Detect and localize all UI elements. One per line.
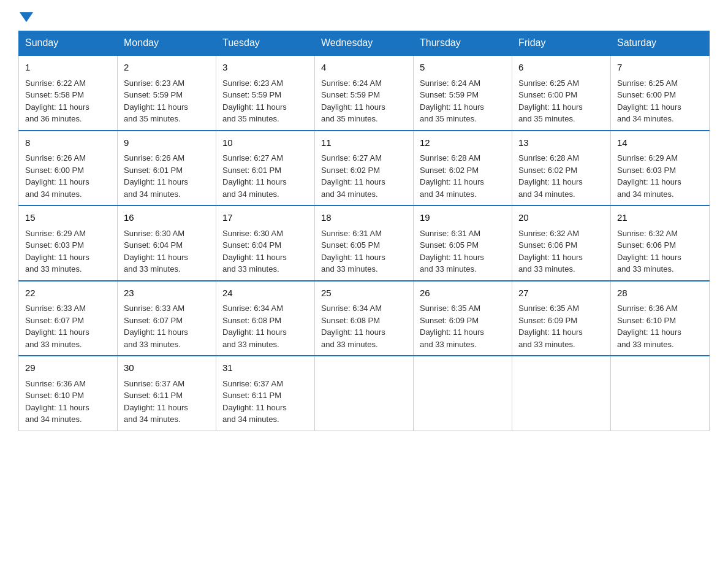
day-info: Sunrise: 6:36 AMSunset: 6:10 PMDaylight:… bbox=[25, 378, 111, 426]
day-number: 26 bbox=[420, 286, 506, 301]
day-info: Sunrise: 6:26 AMSunset: 6:00 PMDaylight:… bbox=[25, 152, 111, 200]
day-cell-17: 17 Sunrise: 6:30 AMSunset: 6:04 PMDaylig… bbox=[216, 205, 315, 281]
day-number: 16 bbox=[124, 211, 210, 225]
day-info: Sunrise: 6:22 AMSunset: 5:58 PMDaylight:… bbox=[25, 77, 111, 125]
day-cell-26: 26 Sunrise: 6:35 AMSunset: 6:09 PMDaylig… bbox=[414, 281, 512, 356]
week-row-2: 8 Sunrise: 6:26 AMSunset: 6:00 PMDayligh… bbox=[19, 131, 710, 206]
day-info: Sunrise: 6:24 AMSunset: 5:59 PMDaylight:… bbox=[420, 77, 506, 125]
day-number: 23 bbox=[124, 286, 210, 301]
day-info: Sunrise: 6:35 AMSunset: 6:09 PMDaylight:… bbox=[420, 302, 506, 350]
day-number: 21 bbox=[617, 211, 703, 225]
day-number: 3 bbox=[222, 61, 308, 75]
day-cell-19: 19 Sunrise: 6:31 AMSunset: 6:05 PMDaylig… bbox=[414, 205, 512, 281]
day-number: 30 bbox=[124, 361, 210, 375]
day-cell-21: 21 Sunrise: 6:32 AMSunset: 6:06 PMDaylig… bbox=[611, 205, 710, 281]
day-cell-4: 4 Sunrise: 6:24 AMSunset: 5:59 PMDayligh… bbox=[315, 55, 414, 131]
empty-cell bbox=[315, 356, 414, 431]
day-number: 5 bbox=[420, 61, 506, 75]
day-number: 19 bbox=[420, 211, 506, 225]
day-number: 6 bbox=[518, 61, 604, 75]
day-number: 1 bbox=[25, 61, 111, 75]
day-info: Sunrise: 6:36 AMSunset: 6:10 PMDaylight:… bbox=[617, 302, 703, 350]
weekday-header-wednesday: Wednesday bbox=[315, 31, 414, 56]
day-cell-22: 22 Sunrise: 6:33 AMSunset: 6:07 PMDaylig… bbox=[19, 281, 118, 356]
svg-marker-0 bbox=[20, 12, 33, 22]
day-cell-8: 8 Sunrise: 6:26 AMSunset: 6:00 PMDayligh… bbox=[19, 131, 118, 206]
day-cell-27: 27 Sunrise: 6:35 AMSunset: 6:09 PMDaylig… bbox=[512, 281, 611, 356]
day-cell-7: 7 Sunrise: 6:25 AMSunset: 6:00 PMDayligh… bbox=[611, 55, 710, 131]
day-cell-25: 25 Sunrise: 6:34 AMSunset: 6:08 PMDaylig… bbox=[315, 281, 414, 356]
day-cell-29: 29 Sunrise: 6:36 AMSunset: 6:10 PMDaylig… bbox=[19, 356, 118, 431]
day-info: Sunrise: 6:31 AMSunset: 6:05 PMDaylight:… bbox=[420, 228, 506, 275]
day-info: Sunrise: 6:28 AMSunset: 6:02 PMDaylight:… bbox=[518, 152, 604, 200]
day-cell-9: 9 Sunrise: 6:26 AMSunset: 6:01 PMDayligh… bbox=[118, 131, 216, 206]
week-row-1: 1 Sunrise: 6:22 AMSunset: 5:58 PMDayligh… bbox=[19, 55, 710, 131]
day-info: Sunrise: 6:28 AMSunset: 6:02 PMDaylight:… bbox=[420, 152, 506, 200]
day-info: Sunrise: 6:26 AMSunset: 6:01 PMDaylight:… bbox=[124, 152, 210, 200]
day-info: Sunrise: 6:34 AMSunset: 6:08 PMDaylight:… bbox=[321, 302, 407, 350]
logo bbox=[18, 12, 33, 25]
day-number: 11 bbox=[321, 136, 407, 150]
day-number: 7 bbox=[617, 61, 703, 75]
weekday-header-monday: Monday bbox=[118, 31, 216, 56]
day-number: 25 bbox=[321, 286, 407, 301]
day-number: 4 bbox=[321, 61, 407, 75]
day-cell-5: 5 Sunrise: 6:24 AMSunset: 5:59 PMDayligh… bbox=[414, 55, 512, 131]
day-info: Sunrise: 6:23 AMSunset: 5:59 PMDaylight:… bbox=[222, 77, 308, 125]
day-cell-30: 30 Sunrise: 6:37 AMSunset: 6:11 PMDaylig… bbox=[118, 356, 216, 431]
day-number: 10 bbox=[222, 136, 308, 150]
day-cell-3: 3 Sunrise: 6:23 AMSunset: 5:59 PMDayligh… bbox=[216, 55, 315, 131]
day-number: 15 bbox=[25, 211, 111, 225]
page-header bbox=[18, 12, 710, 25]
empty-cell bbox=[414, 356, 512, 431]
day-info: Sunrise: 6:35 AMSunset: 6:09 PMDaylight:… bbox=[518, 302, 604, 350]
day-cell-6: 6 Sunrise: 6:25 AMSunset: 6:00 PMDayligh… bbox=[512, 55, 611, 131]
week-row-3: 15 Sunrise: 6:29 AMSunset: 6:03 PMDaylig… bbox=[19, 205, 710, 281]
day-cell-28: 28 Sunrise: 6:36 AMSunset: 6:10 PMDaylig… bbox=[611, 281, 710, 356]
day-cell-2: 2 Sunrise: 6:23 AMSunset: 5:59 PMDayligh… bbox=[118, 55, 216, 131]
week-row-4: 22 Sunrise: 6:33 AMSunset: 6:07 PMDaylig… bbox=[19, 281, 710, 356]
day-info: Sunrise: 6:25 AMSunset: 6:00 PMDaylight:… bbox=[518, 77, 604, 125]
day-info: Sunrise: 6:32 AMSunset: 6:06 PMDaylight:… bbox=[518, 228, 604, 275]
day-cell-16: 16 Sunrise: 6:30 AMSunset: 6:04 PMDaylig… bbox=[118, 205, 216, 281]
day-cell-31: 31 Sunrise: 6:37 AMSunset: 6:11 PMDaylig… bbox=[216, 356, 315, 431]
day-number: 13 bbox=[518, 136, 604, 150]
day-number: 24 bbox=[222, 286, 308, 301]
day-cell-24: 24 Sunrise: 6:34 AMSunset: 6:08 PMDaylig… bbox=[216, 281, 315, 356]
day-cell-14: 14 Sunrise: 6:29 AMSunset: 6:03 PMDaylig… bbox=[611, 131, 710, 206]
day-number: 18 bbox=[321, 211, 407, 225]
day-info: Sunrise: 6:31 AMSunset: 6:05 PMDaylight:… bbox=[321, 228, 407, 275]
day-info: Sunrise: 6:29 AMSunset: 6:03 PMDaylight:… bbox=[617, 152, 703, 200]
day-cell-13: 13 Sunrise: 6:28 AMSunset: 6:02 PMDaylig… bbox=[512, 131, 611, 206]
day-info: Sunrise: 6:29 AMSunset: 6:03 PMDaylight:… bbox=[25, 228, 111, 275]
day-cell-12: 12 Sunrise: 6:28 AMSunset: 6:02 PMDaylig… bbox=[414, 131, 512, 206]
day-info: Sunrise: 6:34 AMSunset: 6:08 PMDaylight:… bbox=[222, 302, 308, 350]
day-cell-1: 1 Sunrise: 6:22 AMSunset: 5:58 PMDayligh… bbox=[19, 55, 118, 131]
weekday-header-friday: Friday bbox=[512, 31, 611, 56]
day-info: Sunrise: 6:23 AMSunset: 5:59 PMDaylight:… bbox=[124, 77, 210, 125]
empty-cell bbox=[611, 356, 710, 431]
day-number: 17 bbox=[222, 211, 308, 225]
day-info: Sunrise: 6:32 AMSunset: 6:06 PMDaylight:… bbox=[617, 228, 703, 275]
weekday-header-thursday: Thursday bbox=[414, 31, 512, 56]
day-info: Sunrise: 6:37 AMSunset: 6:11 PMDaylight:… bbox=[222, 378, 308, 426]
day-number: 28 bbox=[617, 286, 703, 301]
weekday-header-sunday: Sunday bbox=[19, 31, 118, 56]
day-info: Sunrise: 6:33 AMSunset: 6:07 PMDaylight:… bbox=[124, 302, 210, 350]
day-info: Sunrise: 6:27 AMSunset: 6:02 PMDaylight:… bbox=[321, 152, 407, 200]
weekday-header-row: SundayMondayTuesdayWednesdayThursdayFrid… bbox=[19, 31, 710, 56]
weekday-header-tuesday: Tuesday bbox=[216, 31, 315, 56]
day-number: 14 bbox=[617, 136, 703, 150]
weekday-header-saturday: Saturday bbox=[611, 31, 710, 56]
day-cell-15: 15 Sunrise: 6:29 AMSunset: 6:03 PMDaylig… bbox=[19, 205, 118, 281]
day-info: Sunrise: 6:25 AMSunset: 6:00 PMDaylight:… bbox=[617, 77, 703, 125]
day-number: 2 bbox=[124, 61, 210, 75]
day-cell-20: 20 Sunrise: 6:32 AMSunset: 6:06 PMDaylig… bbox=[512, 205, 611, 281]
empty-cell bbox=[512, 356, 611, 431]
day-number: 29 bbox=[25, 361, 111, 375]
day-number: 31 bbox=[222, 361, 308, 375]
day-info: Sunrise: 6:24 AMSunset: 5:59 PMDaylight:… bbox=[321, 77, 407, 125]
day-number: 20 bbox=[518, 211, 604, 225]
day-cell-23: 23 Sunrise: 6:33 AMSunset: 6:07 PMDaylig… bbox=[118, 281, 216, 356]
day-cell-18: 18 Sunrise: 6:31 AMSunset: 6:05 PMDaylig… bbox=[315, 205, 414, 281]
